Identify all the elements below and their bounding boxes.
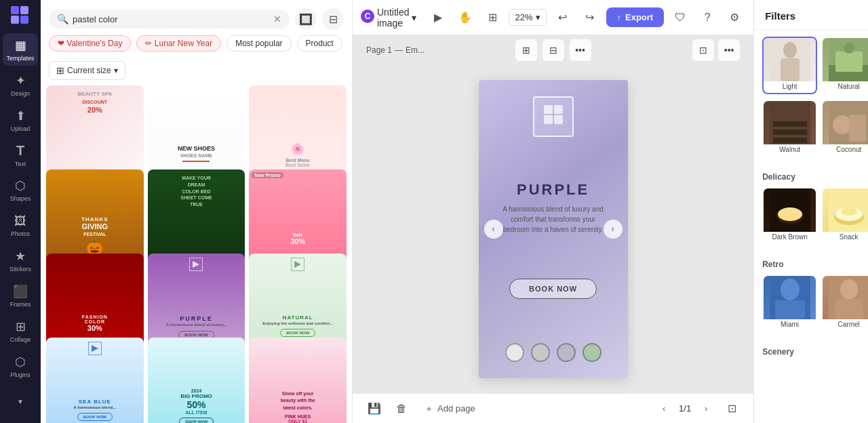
app-logo [9,5,31,25]
dot-1[interactable] [505,343,524,362]
canvas-title: PURPLE [499,181,608,199]
svg-rect-23 [773,129,807,135]
export-button[interactable]: ↑ Export [606,7,665,27]
filter-name-walnut: Walnut [764,144,816,156]
filter-card-coconut[interactable]: Coconut [821,100,868,157]
clear-search-button[interactable]: ✕ [273,14,281,24]
shapes-icon: ⬡ [15,178,26,193]
canvas-prev-button[interactable]: ‹ [484,220,503,239]
tag-valentines[interactable]: ❤ Valentine's Day [49,35,131,52]
search-bar: 🔍 ✕ 🔲 ⊟ [41,0,352,35]
design-icon: ✦ [16,73,26,88]
add-page-button[interactable]: ＋ Add page [418,400,482,418]
top-bar-actions: ▶ ✋ ⊞ 22% ▾ ↩ ↪ ↑ Export 🛡 ? ⚙ [427,7,745,28]
sidebar-item-shapes[interactable]: ⬡ Shapes [3,174,38,207]
hand-tool-button[interactable]: ✋ [454,7,476,28]
grid-view-button[interactable]: ⊟ [542,39,564,61]
file-title[interactable]: C Untitled image ▾ [361,7,416,28]
delicacy-title: Delicacy [762,172,868,182]
sidebar-item-collage[interactable]: ⊞ Collage [3,315,38,347]
more-canvas-button[interactable]: ••• [718,39,740,61]
filter-grid-retro: Miami Carmel [762,275,868,332]
plugins-icon: ⬡ [15,355,26,369]
select-all-button[interactable]: ⊞ [515,39,537,61]
sidebar-expand-btn[interactable]: ▼ [3,385,38,418]
help-icon[interactable]: ? [696,7,718,28]
top-bar: C Untitled image ▾ ▶ ✋ ⊞ 22% ▾ ↩ ↪ ↑ Exp… [353,0,753,35]
sidebar-item-photos[interactable]: 🖼 Photos [3,209,38,242]
template-card-big-promo[interactable]: 2024 BIG PROMO 50% ALL ITEM SHOP NOW [148,338,245,423]
canvas-next-button[interactable]: › [604,220,623,239]
templates-icon: ▦ [15,38,26,53]
sidebar-item-design[interactable]: ✦ Design [3,68,38,101]
template-grid: BEAUTY SPA DISCOUNT 20% BOOK NOW NEW SHO… [41,85,352,423]
prev-page-button[interactable]: ‹ [654,399,673,418]
svg-rect-2 [11,16,19,24]
sidebar-item-frames[interactable]: ⬛ Frames [3,280,38,313]
canvas-right-buttons: ⊡ ••• [692,39,740,61]
settings-icon[interactable]: ⚙ [724,7,745,28]
copy-button[interactable]: ⊡ [692,39,714,61]
filter-name-dark-brown: Dark Brown [764,232,816,243]
sidebar-item-text[interactable]: T Text [3,139,38,172]
filter-thumb-snack [823,188,868,232]
svg-point-26 [833,115,852,134]
filter-thumb-dark-brown [764,188,816,232]
sidebar-item-plugins[interactable]: ⬡ Plugins [3,350,38,382]
canvas-book-now-button[interactable]: BOOK NOW [509,279,597,299]
fit-to-screen-button[interactable]: ⊡ [721,398,743,420]
template-card-sea-blue[interactable]: SEA BLUE A harmonious blend... BOOK NOW [46,338,144,423]
pointer-tool-button[interactable]: ▶ [427,7,449,28]
sidebar-item-templates[interactable]: ▦ Templates [3,33,38,66]
chevron-down-icon: ▾ [412,12,416,23]
search-input[interactable] [73,14,269,24]
export-icon: ↑ [617,12,622,22]
sidebar-item-upload[interactable]: ⬆ Upload [3,104,38,136]
svg-point-30 [778,207,802,221]
page-indicator: Page 1 — Em... [366,45,425,55]
filters-header: Filters ✕ [754,0,868,30]
redo-button[interactable]: ↪ [579,7,601,28]
delete-icon-button[interactable]: 🗑 [391,398,412,420]
filter-name-snack: Snack [823,232,868,243]
svg-rect-41 [775,300,805,319]
filter-card-snack[interactable]: Snack [821,187,868,245]
filter-card-miami[interactable]: Miami [762,275,817,332]
zoom-selector[interactable]: 22% ▾ [509,9,546,26]
filter-search-button[interactable]: ⊟ [322,8,344,30]
filters-title: Filters [765,10,795,22]
layout-icon: ⊞ [56,65,64,76]
filter-thumb-carmel [823,276,868,319]
template-card-pink-beauty[interactable]: Show off yourbeauty with thelatest color… [249,338,347,423]
filter-card-natural[interactable]: Natural [821,37,868,94]
filter-section-delicacy: Delicacy Dark Brown [754,165,868,253]
filter-card-light[interactable]: Light [762,37,817,94]
undo-button[interactable]: ↩ [552,7,574,28]
save-icon-button[interactable]: 💾 [363,398,385,420]
filter-card-carmel[interactable]: Carmel [821,275,868,332]
dot-4[interactable] [583,343,601,362]
tag-lunar[interactable]: ✏ Lunar New Year [136,35,221,52]
tag-product[interactable]: Product [297,35,342,52]
view-toggle-button[interactable]: ⊞ [481,7,503,28]
scenery-title: Scenery [762,347,868,357]
templates-panel: 🔍 ✕ 🔲 ⊟ ❤ Valentine's Day ✏ Lunar New Ye… [41,0,353,423]
dot-2[interactable] [531,343,550,362]
chevron-down-icon: ▼ [17,398,24,405]
svg-rect-27 [849,115,866,142]
sidebar-item-stickers[interactable]: ★ Stickers [3,245,38,277]
shield-icon[interactable]: 🛡 [669,7,691,28]
next-page-button[interactable]: › [696,399,715,418]
current-size-button[interactable]: ⊞ Current size ▾ [49,61,125,80]
more-options-button[interactable]: ••• [570,39,591,61]
image-search-button[interactable]: 🔲 [295,8,317,30]
filter-card-dark-brown[interactable]: Dark Brown [762,187,817,245]
bottom-bar: 💾 🗑 ＋ Add page ‹ 1/1 › ⊡ [353,393,753,423]
filter-card-walnut[interactable]: Walnut [762,100,817,157]
tag-popular[interactable]: Most popular [226,35,291,52]
dot-3[interactable] [557,343,576,362]
svg-text:C: C [365,12,371,21]
upload-icon: ⬆ [16,108,26,123]
canvas-text-area: PURPLE A harmonious blend of luxury and … [499,181,608,235]
filter-grid-second: Walnut Coconut [762,100,868,157]
